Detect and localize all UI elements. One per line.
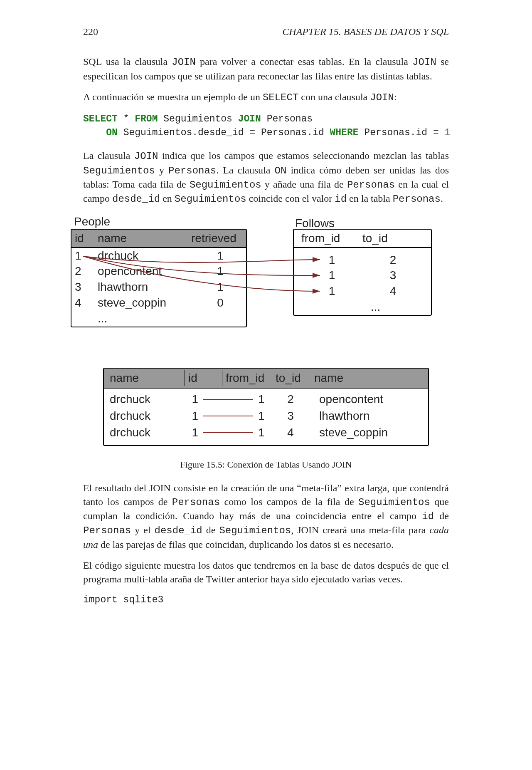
- page-header: 220 CHAPTER 15. BASES DE DATOS Y SQL: [83, 25, 449, 38]
- chapter-title: CHAPTER 15. BASES DE DATOS Y SQL: [282, 25, 449, 38]
- join-line-icon: [203, 416, 253, 416]
- table-row: 3 lhawthorn 1: [71, 279, 246, 295]
- paragraph-4: El resultado del JOIN consiste en la cre…: [83, 481, 449, 551]
- page-container: 220 CHAPTER 15. BASES DE DATOS Y SQL SQL…: [0, 0, 532, 770]
- table-row-ellipsis: ...: [294, 299, 431, 315]
- figure-caption: Figure 15.5: Conexión de Tablas Usando J…: [83, 458, 449, 471]
- table-row: 1 drchuck 1: [71, 248, 246, 264]
- paragraph-3: La clausula JOIN indica que los campos q…: [83, 149, 449, 206]
- table-row: drchuck 1 1 4 steve_coppin: [110, 424, 422, 441]
- follows-header: from_id to_id: [294, 230, 431, 248]
- table-row: drchuck 1 1 2 opencontent: [110, 391, 422, 408]
- table-row: 4 steve_coppin 0: [71, 295, 246, 311]
- join-result-body: drchuck 1 1 2 opencontent drchuck 1 1 3 …: [104, 389, 428, 445]
- sql-code-block: SELECT * FROM Seguimientos JOIN Personas…: [83, 112, 449, 140]
- join-result-table: name id from_id to_id name drchuck 1 1 2…: [103, 368, 429, 446]
- page-number: 220: [83, 25, 98, 38]
- paragraph-5: El código siguiente muestra los datos qu…: [83, 559, 449, 586]
- table-row: 1 2: [294, 252, 431, 268]
- python-code-block: import sqlite3: [83, 593, 449, 607]
- join-line-icon: [203, 432, 253, 433]
- paragraph-1: SQL usa la clausula JOIN para volver a c…: [83, 55, 449, 83]
- table-row: drchuck 1 1 3 lhawthorn: [110, 408, 422, 424]
- figure-tables: People Follows id name retrieved 1 drchu…: [71, 214, 445, 355]
- people-header: id name retrieved: [71, 230, 246, 248]
- paragraph-2: A continuación se muestra un ejemplo de …: [83, 90, 449, 104]
- people-table: id name retrieved 1 drchuck 1 2 opencont…: [71, 229, 247, 327]
- join-result-header: name id from_id to_id name: [104, 369, 428, 389]
- table-row: 1 4: [294, 283, 431, 299]
- join-line-icon: [203, 399, 253, 400]
- table-row: 1 3: [294, 267, 431, 283]
- people-title: People: [74, 214, 110, 230]
- table-row: 2 opencontent 1: [71, 263, 246, 279]
- table-row-ellipsis: ...: [71, 311, 246, 327]
- follows-table: from_id to_id 1 2 1 3 1 4 ...: [293, 229, 432, 316]
